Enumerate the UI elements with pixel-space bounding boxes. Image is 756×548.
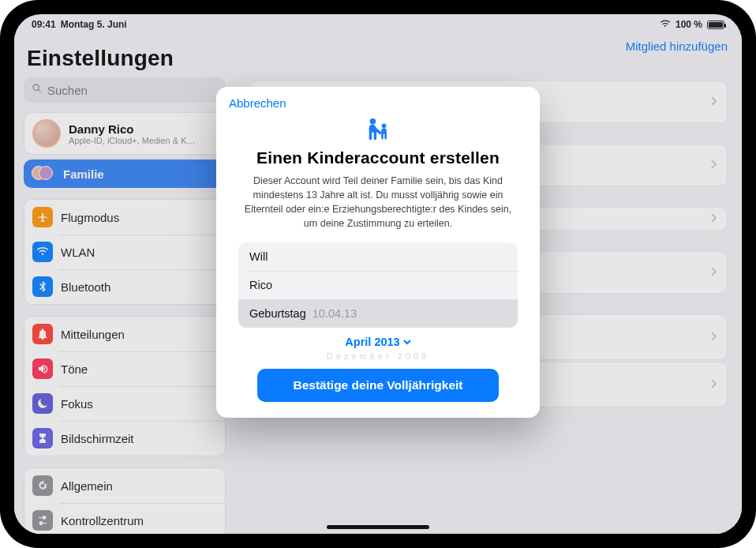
date-wheel-hint: Dezember 2009 bbox=[238, 351, 518, 362]
screen: 09:41 Montag 5. Juni 100 % Einstellungen bbox=[14, 14, 742, 534]
month-year-picker[interactable]: April 2013 bbox=[238, 336, 518, 348]
last-name-field[interactable]: Rico bbox=[238, 271, 518, 299]
parent-child-icon bbox=[363, 117, 393, 144]
cancel-button[interactable]: Abbrechen bbox=[229, 96, 286, 110]
first-name-value: Will bbox=[249, 250, 268, 263]
home-indicator[interactable] bbox=[327, 525, 429, 529]
first-name-field[interactable]: Will bbox=[238, 242, 518, 271]
birthday-label: Geburtstag bbox=[249, 307, 306, 320]
modal-title: Einen Kinderaccount erstellen bbox=[238, 148, 518, 167]
child-form: Will Rico Geburtstag 10.04.13 bbox=[238, 242, 518, 328]
svg-point-2 bbox=[370, 118, 376, 125]
chevron-down-icon bbox=[403, 336, 411, 348]
birthday-field[interactable]: Geburtstag 10.04.13 bbox=[238, 299, 518, 328]
modal-description: Dieser Account wird Teil deiner Familie … bbox=[241, 174, 515, 231]
birthday-value: 10.04.13 bbox=[313, 307, 357, 320]
confirm-adulthood-button[interactable]: Bestätige deine Volljährigkeit bbox=[257, 369, 499, 402]
svg-point-3 bbox=[382, 124, 387, 129]
create-child-account-modal: Abbrechen Einen Kinderaccount erstellen … bbox=[216, 87, 540, 418]
month-year-label: April 2013 bbox=[345, 336, 399, 348]
last-name-value: Rico bbox=[249, 279, 272, 291]
ipad-frame: 09:41 Montag 5. Juni 100 % Einstellungen bbox=[0, 0, 756, 548]
